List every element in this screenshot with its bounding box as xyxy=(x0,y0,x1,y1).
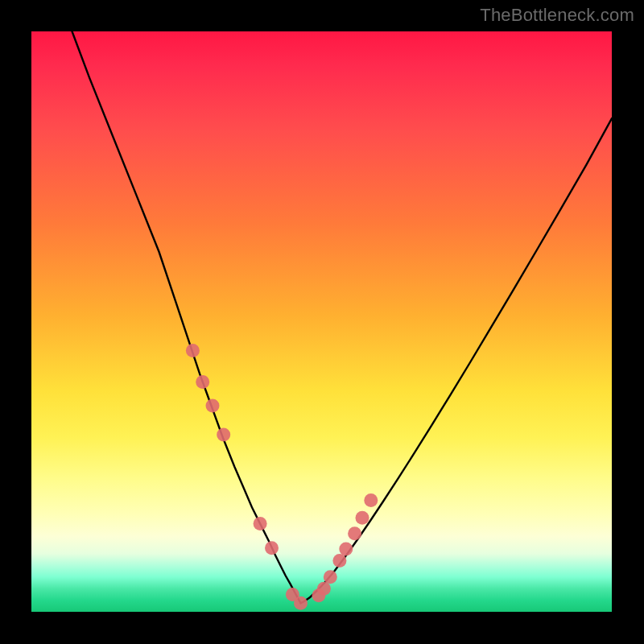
scatter-dot xyxy=(206,399,220,413)
scatter-dot xyxy=(339,543,353,556)
scatter-dot xyxy=(265,541,279,555)
scatter-dot xyxy=(356,511,369,525)
scatter-dot xyxy=(348,526,361,540)
scatter-dot xyxy=(324,570,337,584)
scatter-dot xyxy=(186,344,200,357)
scatter-dot xyxy=(364,493,378,507)
scatter-dot xyxy=(196,375,209,389)
curve-right-path xyxy=(301,118,613,603)
curve-left-path xyxy=(72,31,301,603)
scatter-dot xyxy=(332,554,346,568)
watermark-text: TheBottleneck.com xyxy=(480,5,634,26)
chart-svg xyxy=(31,31,612,612)
plot-area xyxy=(31,31,612,612)
scatter-dot xyxy=(294,597,308,610)
scatter-dot xyxy=(317,582,331,596)
scatter-dot xyxy=(254,517,267,530)
scatter-dot xyxy=(217,428,230,442)
chart-frame: TheBottleneck.com xyxy=(0,0,644,644)
